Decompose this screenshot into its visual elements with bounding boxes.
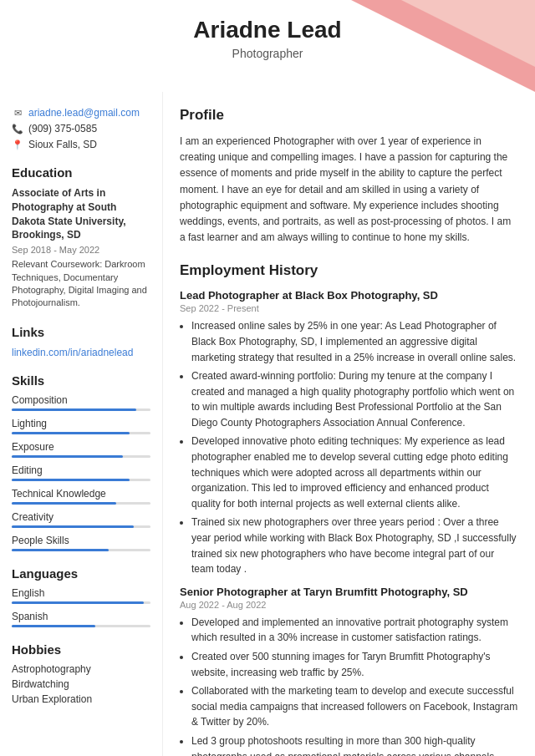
linkedin-link-item: linkedin.com/in/ariadnelead [12, 346, 150, 358]
language-bar-fill [12, 625, 95, 627]
language-name: Spanish [12, 611, 150, 622]
job-title: Senior Photographer at Taryn Brumfitt Ph… [180, 586, 518, 598]
phone-text: (909) 375-0585 [28, 123, 97, 134]
skills-section: Skills Composition Lighting Exposure Edi… [12, 373, 150, 551]
profile-title: Profile [180, 107, 518, 127]
skill-name: Exposure [12, 441, 150, 453]
job-bullet: Trained six new photographers over three… [191, 515, 518, 576]
language-bar-fill [12, 601, 144, 604]
languages-list: English Spanish [12, 587, 150, 627]
main-content: Profile I am an experienced Photographer… [163, 92, 535, 756]
linkedin-link[interactable]: linkedin.com/in/ariadnelead [12, 347, 133, 358]
language-item: Spanish [12, 611, 150, 627]
job-item: Lead Photographer at Black Box Photograp… [180, 289, 518, 577]
education-section: Education Associate of Arts in Photograp… [12, 165, 150, 310]
job-bullet: Increased online sales by 25% in one yea… [191, 318, 518, 365]
skill-bar-fill [12, 525, 134, 528]
edu-date: Sep 2018 - May 2022 [12, 245, 150, 255]
skill-item: Editing [12, 464, 150, 481]
job-date: Aug 2022 - Aug 2022 [180, 600, 518, 610]
skill-bar-bg [12, 525, 150, 528]
education-title: Education [12, 165, 150, 180]
phone-icon: 📞 [12, 124, 23, 134]
header-content: Ariadne Lead Photographer [0, 17, 535, 60]
edu-coursework: Relevant Coursework: Darkroom Techniques… [12, 258, 150, 310]
location-icon: 📍 [12, 140, 23, 150]
job-bullet: Created over 500 stunning images for Tar… [191, 649, 518, 680]
location-text: Sioux Falls, SD [28, 139, 97, 150]
email-item: ✉ ariadne.lead@gmail.com [12, 107, 150, 119]
header: Ariadne Lead Photographer [0, 0, 535, 92]
skill-name: Composition [12, 394, 150, 406]
job-bullet: Led 3 group photoshoots resulting in mor… [191, 733, 518, 756]
skill-bar-fill [12, 479, 130, 481]
links-section: Links linkedin.com/in/ariadnelead [12, 325, 150, 358]
job-title: Lead Photographer at Black Box Photograp… [180, 289, 518, 302]
main-layout: ✉ ariadne.lead@gmail.com 📞 (909) 375-058… [0, 92, 535, 756]
job-bullet: Created award-winning portfolio: During … [191, 368, 518, 430]
skill-item: Technical Knowledge [12, 488, 150, 505]
skill-bar-fill [12, 502, 116, 505]
skill-name: Lighting [12, 418, 150, 429]
job-bullet: Collaborated with the marketing team to … [191, 683, 518, 730]
job-bullet: Developed innovative photo editing techn… [191, 434, 518, 511]
language-item: English [12, 587, 150, 604]
skill-bar-bg [12, 455, 150, 458]
skill-item: Composition [12, 394, 150, 411]
skill-name: Technical Knowledge [12, 488, 150, 500]
links-title: Links [12, 325, 150, 339]
edu-degree: Associate of Arts in Photography at Sout… [12, 186, 150, 242]
contact-section: ✉ ariadne.lead@gmail.com 📞 (909) 375-058… [12, 107, 150, 150]
language-bar-bg [12, 625, 150, 627]
skill-bar-fill [12, 408, 136, 411]
skill-name: Editing [12, 464, 150, 476]
skill-name: People Skills [12, 535, 150, 546]
sidebar: ✉ ariadne.lead@gmail.com 📞 (909) 375-058… [0, 92, 163, 756]
skill-item: Lighting [12, 418, 150, 434]
profile-text: I am an experienced Photographer with ov… [180, 134, 518, 246]
jobs-list: Lead Photographer at Black Box Photograp… [180, 289, 518, 756]
profile-section: Profile I am an experienced Photographer… [180, 107, 518, 246]
hobbies-list: AstrophotographyBirdwatchingUrban Explor… [12, 663, 150, 705]
phone-item: 📞 (909) 375-0585 [12, 123, 150, 134]
email-icon: ✉ [12, 108, 23, 119]
hobby-item: Birdwatching [12, 678, 150, 690]
candidate-title: Photographer [0, 47, 535, 60]
email-link[interactable]: ariadne.lead@gmail.com [28, 107, 140, 119]
languages-section: Languages English Spanish [12, 566, 150, 627]
job-bullets-list: Developed and implemented an innovative … [180, 615, 518, 756]
employment-title: Employment History [180, 262, 518, 282]
skill-bar-bg [12, 479, 150, 481]
job-bullet: Developed and implemented an innovative … [191, 615, 518, 646]
hobby-item: Urban Exploration [12, 693, 150, 705]
skill-bar-bg [12, 408, 150, 411]
skill-bar-bg [12, 502, 150, 505]
skill-bar-bg [12, 549, 150, 551]
skills-title: Skills [12, 373, 150, 388]
job-bullets-list: Increased online sales by 25% in one yea… [180, 318, 518, 577]
hobbies-title: Hobbies [12, 642, 150, 657]
skill-bar-bg [12, 432, 150, 434]
candidate-name: Ariadne Lead [0, 17, 535, 43]
skill-item: Exposure [12, 441, 150, 458]
employment-section: Employment History Lead Photographer at … [180, 262, 518, 756]
skill-bar-fill [12, 455, 123, 458]
job-item: Senior Photographer at Taryn Brumfitt Ph… [180, 586, 518, 756]
skills-list: Composition Lighting Exposure Editing Te… [12, 394, 150, 551]
hobby-item: Astrophotography [12, 663, 150, 675]
language-name: English [12, 587, 150, 599]
skill-bar-fill [12, 432, 130, 434]
skill-item: Creativity [12, 511, 150, 528]
skill-name: Creativity [12, 511, 150, 523]
job-date: Sep 2022 - Present [180, 303, 518, 313]
skill-bar-fill [12, 549, 109, 551]
skill-item: People Skills [12, 535, 150, 551]
language-bar-bg [12, 601, 150, 604]
location-item: 📍 Sioux Falls, SD [12, 139, 150, 150]
hobbies-section: Hobbies AstrophotographyBirdwatchingUrba… [12, 642, 150, 705]
languages-title: Languages [12, 566, 150, 581]
